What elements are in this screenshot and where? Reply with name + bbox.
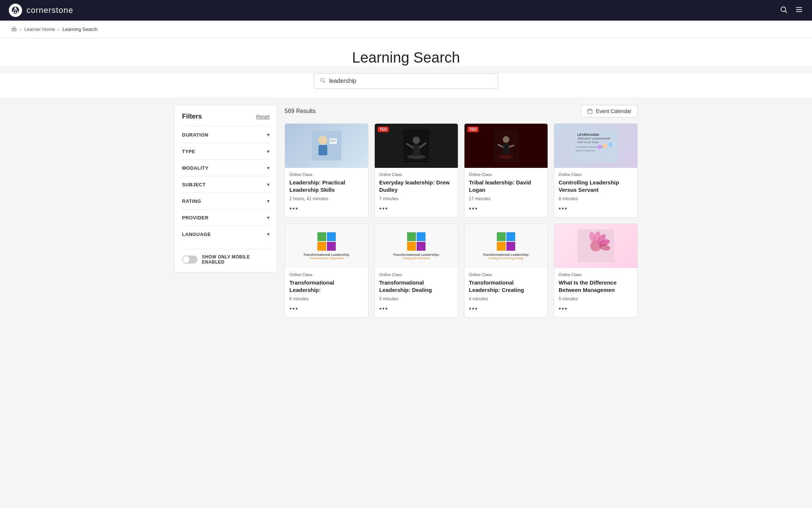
chevron-down-icon: ▾ xyxy=(267,215,270,221)
cards-grid-row1: Online Class Leadership: Practical Leade… xyxy=(285,123,638,218)
search-icon[interactable] xyxy=(780,6,788,15)
filter-rating[interactable]: RATING ▾ xyxy=(182,193,270,209)
card-drew-dudley[interactable]: TED xyxy=(374,123,458,218)
tl-logo-7: Transformational Leadership: Creating Fo… xyxy=(483,232,530,260)
breadcrumb-sep-2: › xyxy=(58,27,59,32)
card-thumbnail-2: TED xyxy=(375,124,458,168)
card-thumbnail-5: Transformational Leadership: Transformin… xyxy=(285,224,368,268)
card-tl-creating[interactable]: Transformational Leadership: Creating Fo… xyxy=(464,223,548,318)
card-type-3: Online Class xyxy=(469,172,543,177)
card-title-1: Leadership: Practical Leadership Skills xyxy=(289,179,364,193)
filter-subject-label: SUBJECT xyxy=(182,182,206,187)
results-count: 569 Results xyxy=(285,108,316,114)
filter-type[interactable]: TYPE ▾ xyxy=(182,143,270,159)
card-menu-7[interactable]: ••• xyxy=(469,305,543,313)
card-body-6: Online Class Transformational Leadership… xyxy=(375,268,458,317)
card-type-6: Online Class xyxy=(379,272,453,277)
ted-badge: TED xyxy=(378,127,389,132)
filter-language[interactable]: LANGUAGE ▾ xyxy=(182,226,270,242)
mobile-enabled-toggle[interactable] xyxy=(182,255,197,264)
card-body-4: Online Class Controlling Leadership Vers… xyxy=(554,168,637,217)
svg-rect-24 xyxy=(413,145,420,156)
card-duration-6: 5 minutes xyxy=(379,296,453,301)
card-duration-8: 5 minutes xyxy=(559,296,633,301)
card-title-3: Tribal leadership: David Logan xyxy=(469,179,543,193)
card-duration-5: 6 minutes xyxy=(289,296,364,301)
card-menu-1[interactable]: ••• xyxy=(289,205,364,213)
card-management-difference[interactable]: Online Class What Is the Difference Betw… xyxy=(554,223,638,318)
card-menu-6[interactable]: ••• xyxy=(379,305,453,313)
event-calendar-button[interactable]: Event Calendar xyxy=(581,105,638,117)
svg-line-4 xyxy=(785,11,787,13)
chevron-down-icon: ▾ xyxy=(267,231,270,237)
filter-modality-label: MODALITY xyxy=(182,165,209,171)
svg-rect-17 xyxy=(318,145,327,155)
chevron-down-icon: ▾ xyxy=(267,198,270,204)
card-menu-2[interactable]: ••• xyxy=(379,205,453,213)
sidebar: Filters Reset DURATION ▾ TYPE ▾ MODALITY… xyxy=(174,105,277,272)
filter-modality[interactable]: MODALITY ▾ xyxy=(182,159,270,176)
filter-duration[interactable]: DURATION ▾ xyxy=(182,126,270,143)
results-area: 569 Results Event Calendar xyxy=(285,105,638,318)
cornerstone-logo-icon xyxy=(9,4,22,17)
filter-provider[interactable]: PROVIDER ▾ xyxy=(182,209,270,226)
card-menu-4[interactable]: ••• xyxy=(559,205,633,213)
home-icon[interactable] xyxy=(11,26,17,33)
content-layout: Filters Reset DURATION ▾ TYPE ▾ MODALITY… xyxy=(167,105,645,318)
svg-point-9 xyxy=(321,78,324,82)
card-duration-2: 7 minutes xyxy=(379,196,453,201)
filter-type-label: TYPE xyxy=(182,149,195,154)
card-servant-leadership[interactable]: LEVERAGING SERVANT LEADERSHIP FOR YOUR T… xyxy=(554,123,638,218)
card-type-7: Online Class xyxy=(469,272,543,277)
svg-text:LEVERAGING: LEVERAGING xyxy=(577,133,599,137)
card-tl-dealing[interactable]: Transformational Leadership: Dealing wit… xyxy=(374,223,458,318)
svg-text:SERVANT LEADERSHIP: SERVANT LEADERSHIP xyxy=(577,137,610,140)
card-duration-4: 8 minutes xyxy=(559,196,633,201)
filter-rating-label: RATING xyxy=(182,198,201,204)
card-menu-8[interactable]: ••• xyxy=(559,305,633,313)
cards-grid-row2: Transformational Leadership: Transformin… xyxy=(285,223,638,318)
results-header: 569 Results Event Calendar xyxy=(285,105,638,117)
card-tl-transforming[interactable]: Transformational Leadership: Transformin… xyxy=(285,223,368,318)
chevron-down-icon: ▾ xyxy=(267,132,270,138)
card-type-5: Online Class xyxy=(289,272,364,277)
svg-point-3 xyxy=(781,7,786,11)
search-input[interactable] xyxy=(329,78,492,84)
page-title: Learning Search xyxy=(7,49,805,66)
svg-point-40 xyxy=(608,142,613,147)
nav-left: cornerstone xyxy=(9,4,73,17)
svg-line-10 xyxy=(324,81,325,83)
filter-subject[interactable]: SUBJECT ▾ xyxy=(182,176,270,193)
filters-title: Filters xyxy=(182,113,202,120)
menu-icon[interactable] xyxy=(795,6,803,15)
search-bar xyxy=(314,73,498,89)
card-menu-3[interactable]: ••• xyxy=(469,205,543,213)
card-menu-5[interactable]: ••• xyxy=(289,305,364,313)
card-title-6: Transformational Leadership: Dealing xyxy=(379,279,453,293)
filter-language-label: LANGUAGE xyxy=(182,232,211,237)
card-david-logan[interactable]: TED Online Class Tribal xyxy=(464,123,548,218)
breadcrumb: › Learner Home › Learning Search xyxy=(0,21,812,38)
mobile-enabled-label: SHOW ONLY MOBILE ENABLED xyxy=(202,254,270,265)
svg-text:Servant Leadership: Servant Leadership xyxy=(576,149,595,152)
ted-badge-3: TED xyxy=(467,127,478,132)
chevron-down-icon: ▾ xyxy=(267,165,270,171)
svg-point-16 xyxy=(318,136,327,145)
mobile-enabled-toggle-container: SHOW ONLY MOBILE ENABLED xyxy=(182,249,270,265)
svg-rect-11 xyxy=(588,109,592,114)
card-body-7: Online Class Transformational Leadership… xyxy=(464,268,548,317)
card-type-8: Online Class xyxy=(559,272,633,277)
event-calendar-label: Event Calendar xyxy=(596,108,631,114)
breadcrumb-sep-1: › xyxy=(20,27,21,32)
card-thumbnail-1 xyxy=(285,124,368,168)
svg-text:FOR YOUR TEAM: FOR YOUR TEAM xyxy=(577,141,599,144)
logo-text: cornerstone xyxy=(26,6,73,15)
card-leadership-practical[interactable]: Online Class Leadership: Practical Leade… xyxy=(285,123,368,218)
card-thumbnail-4: LEVERAGING SERVANT LEADERSHIP FOR YOUR T… xyxy=(554,124,637,168)
card-body-1: Online Class Leadership: Practical Leade… xyxy=(285,168,368,217)
reset-button[interactable]: Reset xyxy=(256,114,270,120)
breadcrumb-learner-home[interactable]: Learner Home xyxy=(24,27,55,32)
card-duration-3: 17 minutes xyxy=(469,196,543,201)
svg-point-28 xyxy=(499,155,513,159)
card-duration-1: 2 hours, 41 minutes xyxy=(289,196,364,201)
